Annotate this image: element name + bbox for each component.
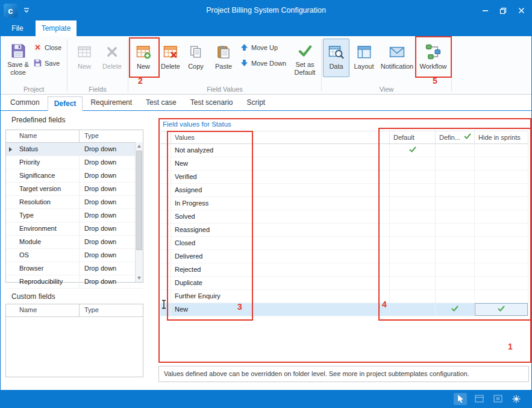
- field-name-cell[interactable]: Status: [14, 143, 80, 155]
- hide-in-sprints-checkbox-cell[interactable]: [475, 144, 528, 157]
- values-delete-button[interactable]: Delete: [157, 39, 184, 77]
- defined-checkbox-cell[interactable]: [436, 197, 475, 210]
- value-row[interactable]: Duplicate: [160, 277, 528, 290]
- minimize-button[interactable]: [476, 1, 494, 20]
- category-tab[interactable]: Common: [4, 96, 46, 110]
- hide-in-sprints-checkbox-cell[interactable]: [475, 277, 528, 289]
- default-checkbox-cell[interactable]: [390, 197, 436, 210]
- field-name-cell[interactable]: Reproducibility: [14, 275, 80, 288]
- cursor-mode-icon[interactable]: [454, 393, 467, 405]
- field-name-cell[interactable]: Priority: [14, 156, 80, 169]
- value-row[interactable]: Verified: [160, 171, 528, 184]
- value-row[interactable]: Further Enquiry: [160, 290, 528, 303]
- hide-in-sprints-checkbox-cell[interactable]: [475, 171, 528, 183]
- default-checkbox-cell[interactable]: [390, 303, 436, 316]
- field-name-cell[interactable]: Module: [14, 236, 80, 248]
- close-view-icon[interactable]: [491, 393, 504, 405]
- defined-checkbox-cell[interactable]: [436, 290, 475, 303]
- view-layout-button[interactable]: Layout: [351, 39, 377, 77]
- field-name-cell[interactable]: Significance: [14, 169, 80, 182]
- predefined-field-row[interactable]: Type Drop down: [6, 209, 143, 222]
- values-new-button[interactable]: New: [131, 39, 156, 77]
- defined-checkbox-cell[interactable]: [436, 263, 475, 276]
- save-button[interactable]: Save: [34, 57, 60, 70]
- default-checkbox-cell[interactable]: [390, 157, 436, 170]
- value-name-cell[interactable]: Rejected: [171, 263, 390, 276]
- field-type-cell[interactable]: Drop down: [80, 143, 143, 155]
- set-as-default-button[interactable]: Set as Default: [290, 39, 320, 77]
- predefined-field-row[interactable]: Module Drop down: [6, 236, 143, 249]
- predefined-field-row[interactable]: Resolution Drop down: [6, 196, 143, 209]
- defined-checkbox-cell[interactable]: [436, 277, 475, 289]
- category-tab[interactable]: Test case: [140, 96, 183, 110]
- field-name-cell[interactable]: Environment: [14, 222, 80, 235]
- category-tab[interactable]: Script: [240, 96, 271, 110]
- defined-checkbox-cell[interactable]: [436, 210, 475, 223]
- move-down-button[interactable]: Move Down: [240, 57, 286, 70]
- value-name-cell[interactable]: Solved: [171, 210, 390, 223]
- field-type-cell[interactable]: Drop down: [80, 196, 143, 209]
- predefined-field-row[interactable]: OS Drop down: [6, 249, 143, 262]
- default-checkbox-cell[interactable]: [390, 224, 436, 236]
- hide-in-sprints-checkbox-cell[interactable]: [475, 250, 528, 263]
- close-button[interactable]: Close: [34, 41, 61, 54]
- move-up-button[interactable]: Move Up: [240, 41, 278, 54]
- value-row[interactable]: Rejected: [160, 263, 528, 277]
- value-name-cell[interactable]: Not analyzed: [171, 144, 390, 157]
- value-row[interactable]: Assigned: [160, 184, 528, 197]
- view-notification-button[interactable]: Notification: [378, 39, 416, 77]
- value-name-cell[interactable]: Verified: [171, 171, 390, 183]
- hide-in-sprints-checkbox-cell[interactable]: [475, 224, 528, 236]
- defined-checkbox-cell[interactable]: [436, 184, 475, 196]
- copy-button[interactable]: Copy: [184, 39, 208, 77]
- value-name-cell[interactable]: New: [171, 157, 390, 170]
- scrollbar-thumb[interactable]: [136, 151, 142, 250]
- value-name-cell[interactable]: Reassigned: [171, 224, 390, 236]
- vertical-scrollbar[interactable]: [135, 142, 143, 282]
- close-window-button[interactable]: [512, 1, 530, 20]
- field-name-cell[interactable]: Browser: [14, 262, 80, 275]
- value-row[interactable]: In Progress: [160, 197, 528, 210]
- predefined-field-row[interactable]: Environment Drop down: [6, 222, 143, 236]
- scroll-up-icon[interactable]: [137, 145, 141, 148]
- hide-in-sprints-checkbox-cell[interactable]: [475, 237, 528, 250]
- predefined-field-row[interactable]: Significance Drop down: [6, 169, 143, 183]
- field-name-cell[interactable]: Type: [14, 209, 80, 222]
- value-row[interactable]: Reassigned: [160, 224, 528, 237]
- predefined-field-row[interactable]: Reproducibility Drop down: [6, 275, 143, 289]
- value-row[interactable]: Closed: [160, 237, 528, 250]
- snowflake-icon[interactable]: [510, 393, 523, 405]
- defined-checkbox-cell[interactable]: [436, 171, 475, 183]
- defined-checkbox-cell[interactable]: [436, 250, 475, 263]
- defined-checkbox-cell[interactable]: [436, 157, 475, 170]
- field-type-cell[interactable]: Drop down: [80, 183, 143, 195]
- field-type-cell[interactable]: Drop down: [80, 275, 143, 288]
- value-name-cell[interactable]: Closed: [171, 237, 390, 250]
- default-checkbox-cell[interactable]: [390, 250, 436, 263]
- default-checkbox-cell[interactable]: [390, 263, 436, 276]
- scroll-down-icon[interactable]: [137, 277, 141, 280]
- field-type-cell[interactable]: Drop down: [80, 222, 143, 235]
- hide-in-sprints-checkbox-cell[interactable]: [475, 157, 528, 170]
- hide-in-sprints-checkbox-cell[interactable]: [475, 184, 528, 196]
- defined-checkbox-cell[interactable]: [436, 237, 475, 250]
- default-checkbox-cell[interactable]: [390, 237, 436, 250]
- fields-delete-button[interactable]: Delete: [99, 39, 125, 77]
- field-name-cell[interactable]: OS: [14, 249, 80, 262]
- defined-checkbox-cell[interactable]: [436, 303, 475, 316]
- paste-button[interactable]: Paste: [210, 39, 237, 77]
- predefined-field-row[interactable]: Priority Drop down: [6, 156, 143, 169]
- default-checkbox-cell[interactable]: [390, 184, 436, 196]
- fields-new-button[interactable]: New: [72, 39, 96, 77]
- value-name-cell[interactable]: New: [171, 303, 390, 316]
- defined-checkbox-cell[interactable]: [436, 224, 475, 236]
- value-name-cell[interactable]: Delivered: [171, 250, 390, 263]
- default-checkbox-cell[interactable]: [390, 277, 436, 289]
- save-and-close-button[interactable]: Save & close: [4, 39, 32, 77]
- predefined-field-row[interactable]: Target version Drop down: [6, 183, 143, 196]
- hide-in-sprints-checkbox-cell[interactable]: [475, 303, 528, 316]
- field-type-cell[interactable]: Drop down: [80, 209, 143, 222]
- value-name-cell[interactable]: In Progress: [171, 197, 390, 210]
- predefined-field-row[interactable]: Status Drop down: [6, 143, 143, 156]
- hide-in-sprints-checkbox-cell[interactable]: [475, 290, 528, 303]
